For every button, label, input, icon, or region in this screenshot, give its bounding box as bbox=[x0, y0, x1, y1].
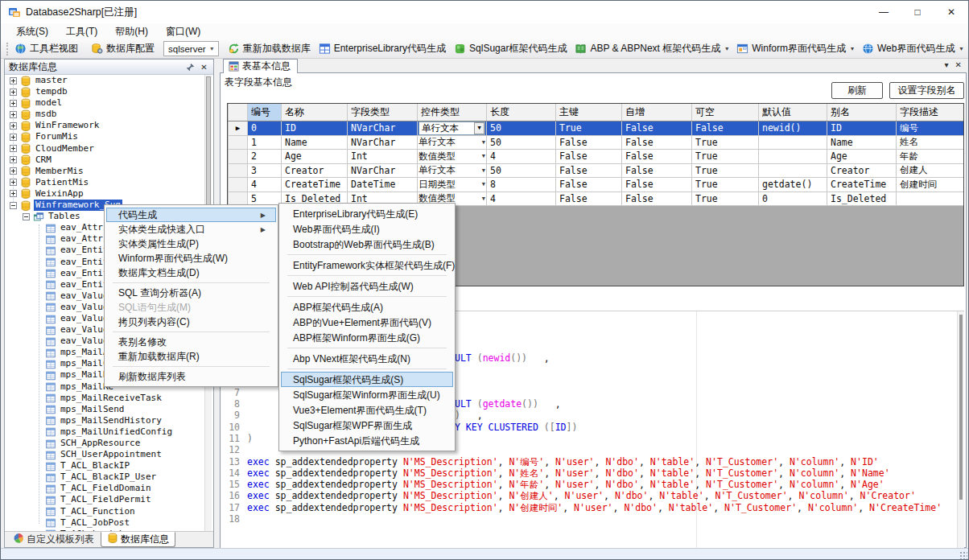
menubar-item-3[interactable]: 帮助(H) bbox=[106, 23, 157, 39]
chevron-down-icon[interactable]: ▼ bbox=[474, 122, 484, 134]
control-type-combo[interactable]: 数值类型▼ bbox=[419, 150, 485, 163]
column-header-长度[interactable]: 长度 bbox=[487, 104, 556, 121]
column-header-默认值[interactable]: 默认值 bbox=[759, 104, 827, 121]
column-header-控件类型[interactable]: 控件类型 bbox=[418, 104, 487, 121]
context-menu-item-8[interactable]: SQL语句生成(M) bbox=[106, 300, 276, 315]
tree-node-crm[interactable]: CRM bbox=[5, 154, 213, 166]
column-header-字段类型[interactable]: 字段类型 bbox=[348, 104, 418, 121]
context-menu-item-3[interactable]: 实体类属性生成(P) bbox=[106, 237, 276, 251]
close-button[interactable]: ✕ bbox=[934, 1, 968, 23]
tree-node-t-acl-blackip-user[interactable]: T_ACL_BlackIP_User bbox=[5, 471, 213, 483]
tree-node-t-acl-jobpost[interactable]: T_ACL_JobPost bbox=[5, 517, 213, 529]
tree-node-forummis[interactable]: ForumMis bbox=[5, 131, 213, 142]
expand-icon[interactable] bbox=[10, 89, 17, 96]
tree-node-mps-mailsend[interactable]: mps_MailSend bbox=[5, 404, 213, 415]
collapse-icon[interactable] bbox=[10, 202, 17, 209]
expand-icon[interactable] bbox=[10, 134, 17, 141]
tree-node-winframework[interactable]: WinFramework bbox=[5, 120, 213, 131]
column-header-主键[interactable]: 主键 bbox=[556, 104, 622, 121]
toolbar-button-winform[interactable]: Winform界面代码生成▾ bbox=[732, 40, 858, 58]
toolbar-button-abp[interactable]: ABP & ABPNext 框架代码生成▾ bbox=[571, 40, 732, 58]
tree-node-tempdb[interactable]: tempdb bbox=[5, 86, 213, 97]
table-row[interactable]: 2AgeInt数值类型▼4FalseFalseTrueAge年龄 bbox=[229, 150, 965, 164]
column-header-字段描述[interactable]: 字段描述 bbox=[897, 104, 965, 121]
tree-node-sch-userappointment[interactable]: SCH_UserAppointment bbox=[5, 449, 213, 460]
resize-grip[interactable] bbox=[959, 551, 967, 559]
column-header-名称[interactable]: 名称 bbox=[282, 104, 348, 121]
expand-icon[interactable] bbox=[10, 111, 17, 118]
sidebar-tab-inactive[interactable]: 自定义模板列表 bbox=[6, 532, 101, 547]
set-field-alias-button[interactable]: 设置字段别名 bbox=[889, 82, 964, 99]
sidebar-tab-active[interactable]: 数据库信息 bbox=[101, 532, 175, 547]
tab-table-basic-info[interactable]: 表基本信息 bbox=[223, 59, 298, 73]
context-menu-item-5[interactable]: 数据库文档生成(D) bbox=[106, 266, 276, 280]
chevron-down-icon[interactable]: ▼ bbox=[482, 153, 485, 159]
row-header[interactable]: ▶ bbox=[229, 121, 248, 135]
table-row[interactable]: 1NameNVarChar单行文本▼50FalseFalseTrueName姓名 bbox=[229, 135, 965, 150]
control-type-combo[interactable]: 日期类型▼ bbox=[419, 178, 485, 191]
expand-icon[interactable] bbox=[10, 179, 17, 186]
refresh-button[interactable]: 刷新 bbox=[831, 82, 883, 99]
submenu-item-17[interactable]: Vue3+Element界面代码生成(T) bbox=[281, 402, 453, 418]
tree-node-patientmis[interactable]: PatientMis bbox=[5, 177, 213, 188]
submenu-item-7[interactable]: Web API控制器代码生成(W) bbox=[281, 278, 453, 294]
control-type-combo[interactable]: 单行文本▼ bbox=[419, 136, 485, 150]
row-header[interactable] bbox=[229, 191, 248, 206]
tree-node-mps-mailreceivetask[interactable]: mps_MailReceiveTask bbox=[5, 393, 213, 404]
submenu-item-3[interactable]: Bootstrap的Web界面代码生成(B) bbox=[281, 237, 453, 252]
row-header[interactable] bbox=[229, 150, 248, 164]
tree-node-mps-mailsendhistory[interactable]: mps_MailSendHistory bbox=[5, 415, 213, 426]
maximize-button[interactable]: □ bbox=[901, 1, 934, 23]
submenu-item-15[interactable]: SqlSugar框架代码生成(S) bbox=[281, 372, 453, 387]
tree-node-weixinapp[interactable]: WeixinApp bbox=[5, 188, 213, 200]
expand-icon[interactable] bbox=[10, 190, 17, 197]
tree-node-t-acl-function[interactable]: T_ACL_Function bbox=[5, 506, 213, 517]
tree-node-cloudmember[interactable]: CloudMember bbox=[5, 143, 213, 154]
chevron-down-icon[interactable]: ▾ bbox=[206, 45, 218, 52]
chevron-down-icon[interactable]: ▼ bbox=[482, 139, 485, 146]
toolbar-button-enterprise-library[interactable]: EnterpriseLibrary代码生成 bbox=[315, 40, 450, 58]
expand-icon[interactable] bbox=[10, 122, 17, 130]
menubar-item-2[interactable]: 工具(T) bbox=[57, 23, 106, 39]
submenu-item-5[interactable]: EntityFramework实体框架代码生成(F) bbox=[281, 257, 453, 273]
pin-icon[interactable] bbox=[185, 62, 196, 72]
context-menu-item-9[interactable]: 拷贝列表内容(C) bbox=[106, 315, 276, 329]
toolbar-button-web[interactable]: Web界面代码生成▾ bbox=[858, 40, 967, 58]
tab-close-icon[interactable]: ✕ bbox=[955, 60, 962, 69]
context-menu-item-2[interactable]: 实体类生成快速入口▶ bbox=[106, 222, 276, 237]
submenu-item-16[interactable]: SqlSugar框架Winform界面生成(U) bbox=[281, 387, 453, 402]
context-menu-item-14[interactable]: 刷新数据库列表 bbox=[106, 369, 276, 384]
context-menu-item-1[interactable]: 代码生成▶ bbox=[106, 208, 276, 222]
toolbar-button-db-config[interactable]: 数据库配置 bbox=[87, 40, 159, 58]
tree-node-t-acl-blackip[interactable]: T_ACL_BlackIP bbox=[5, 460, 213, 471]
column-header-编号[interactable]: 编号 bbox=[248, 104, 282, 121]
row-header[interactable] bbox=[229, 178, 248, 192]
expand-icon[interactable] bbox=[10, 145, 17, 152]
tree-node-msdb[interactable]: msdb bbox=[5, 109, 213, 120]
toolbar-button-reload-db[interactable]: 重新加载数据库 bbox=[224, 40, 315, 58]
tree-node-sch-appresource[interactable]: SCH_AppResource bbox=[5, 438, 213, 449]
submenu-item-2[interactable]: Web界面代码生成(I) bbox=[281, 221, 453, 237]
submenu-item-19[interactable]: Python+FastApi后端代码生成 bbox=[281, 433, 453, 448]
column-header-可空[interactable]: 可空 bbox=[692, 104, 759, 121]
expand-icon[interactable] bbox=[10, 100, 17, 107]
expand-icon[interactable] bbox=[10, 77, 17, 84]
database-type-combo[interactable]: sqlserver▾ bbox=[163, 41, 219, 56]
chevron-down-icon[interactable]: ▼ bbox=[482, 181, 485, 187]
toolbar-button-sqlsugar[interactable]: SqlSugar框架代码生成 bbox=[450, 40, 571, 58]
column-header-别名[interactable]: 别名 bbox=[827, 104, 897, 121]
collapse-icon[interactable] bbox=[23, 213, 30, 220]
tree-node-master[interactable]: master bbox=[5, 75, 213, 86]
control-type-combo[interactable]: 单行文本▼ bbox=[419, 121, 485, 135]
submenu-item-9[interactable]: ABP框架代码生成(A) bbox=[281, 299, 453, 315]
submenu-item-10[interactable]: ABP的Vue+Element界面代码(V) bbox=[281, 315, 453, 330]
table-row[interactable]: 4CreateTimeDateTime日期类型▼8FalseFalseTrueg… bbox=[229, 178, 965, 192]
tab-list-dropdown-icon[interactable]: ▾ bbox=[945, 60, 949, 69]
control-type-combo[interactable]: 单行文本▼ bbox=[419, 164, 485, 178]
editor-vertical-scrollbar[interactable] bbox=[957, 311, 964, 550]
toolbar-button-toolbar-view[interactable]: 工具栏视图 bbox=[10, 40, 82, 58]
expand-icon[interactable] bbox=[10, 156, 17, 163]
context-menu-item-12[interactable]: 重新加载数据库(R) bbox=[106, 349, 276, 364]
tree-node-mps-mailunifiedconfig[interactable]: mps_MailUnifiedConfig bbox=[5, 426, 213, 438]
table-row[interactable]: 3CreatorNVarChar单行文本▼50FalseFalseTrueCre… bbox=[229, 163, 965, 178]
